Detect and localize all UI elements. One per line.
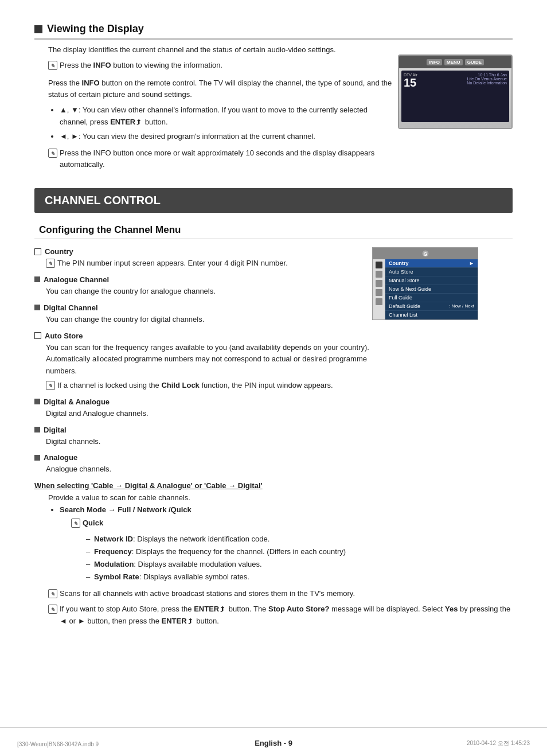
viewing-note2: ✎ Press the INFO button once more or wai… <box>48 147 392 172</box>
auto-store-item: Auto Store You can scan for the frequenc… <box>34 332 398 392</box>
digital-channel-title: Digital Channel <box>34 303 398 312</box>
search-mode-item: Search Mode → Full / Network /Quick ✎ Qu… <box>60 504 513 583</box>
country-item: Country ✎ The PIN number input screen ap… <box>34 247 398 270</box>
heading-text: Viewing the Display <box>47 23 144 35</box>
cmenu-defaultguide: Default Guide : Now / Next <box>385 302 478 311</box>
cmenu-icon: G <box>421 250 429 258</box>
bullet-item-2: ◄, ►: You can view the desired program's… <box>60 131 392 143</box>
note-icon-scan2: ✎ <box>48 605 57 614</box>
footer-page-label: English - 9 <box>255 739 292 747</box>
tv-screen: DTV Air 15 10:11 Thu 6 Jan Life On Venus… <box>401 71 509 122</box>
analogue-only-icon <box>34 455 40 461</box>
cmenu-channellist: Channel List <box>385 311 478 319</box>
auto-store-checkbox <box>34 332 41 339</box>
viewing-bullet-list: ▲, ▼: You can view other channel's infor… <box>48 104 392 142</box>
viewing-para2: Press the INFO button on the remote cont… <box>48 77 392 102</box>
digital-channel-item: Digital Channel You can change the count… <box>34 303 398 326</box>
analogue-channel-title: Analogue Channel <box>34 275 398 284</box>
digital-item: Digital Digital channels. <box>34 426 398 448</box>
symbol-rate-item: Symbol Rate: Displays available symbol r… <box>60 571 513 583</box>
digital-title: Digital <box>34 426 398 434</box>
note-icon-quick: ✎ <box>71 519 80 528</box>
viewing-para1: The display identifies the current chann… <box>48 44 392 56</box>
cmenu-left-icon-5 <box>376 298 382 305</box>
digital-analogue-icon <box>34 399 40 404</box>
cmenu-left-icon-2 <box>376 271 382 278</box>
heading-icon <box>34 25 42 33</box>
digital-icon <box>34 305 40 310</box>
channel-control-banner: CHANNEL CONTROL <box>34 188 513 213</box>
footer-file-info: [330-Weuro]BN68-3042A.indb 9 <box>17 741 99 747</box>
svg-text:G: G <box>423 251 427 257</box>
cmenu-top-bar: G <box>373 248 478 259</box>
tv-top-bar: INFO MENU GUIDE <box>399 56 511 68</box>
viewing-note1: ✎ Press the INFO button to viewing the i… <box>48 60 392 72</box>
digital-analogue-item: Digital & Analogue Digital and Analogue … <box>34 398 398 420</box>
cmenu-nowguide: Now & Next Guide <box>385 285 478 294</box>
tv-mockup: INFO MENU GUIDE DTV Air 15 10:11 Thu 6 J… <box>398 54 513 129</box>
digital-desc: Digital channels. <box>34 436 398 448</box>
cmenu-fullguide: Full Guide <box>385 294 478 302</box>
modulation-item: Modulation: Displays available modulatio… <box>60 558 513 571</box>
cmenu-autostore: Auto Store <box>385 268 478 276</box>
footer-date-info: 2010-04-12 오전 1:45:23 <box>467 739 530 747</box>
auto-store-title: Auto Store <box>34 332 398 340</box>
page: Viewing the Display The display identifi… <box>0 0 547 756</box>
cable-section: When selecting 'Cable → Digital & Analog… <box>34 481 513 627</box>
tv-image: INFO MENU GUIDE DTV Air 15 10:11 Thu 6 J… <box>398 54 513 129</box>
channel-menu-mockup: G Country ► <box>372 247 478 320</box>
viewing-display-section: Viewing the Display The display identifi… <box>34 23 513 171</box>
channel-menu-heading: Configuring the Channel Menu <box>34 224 513 239</box>
note-icon-country: ✎ <box>46 259 55 268</box>
cmenu-manualstore: Manual Store <box>385 276 478 285</box>
cmenu-left-icon-4 <box>376 289 382 296</box>
viewing-display-heading: Viewing the Display <box>34 23 513 40</box>
cmenu-country: Country ► <box>385 259 478 268</box>
analogue-item: Analogue Analogue channels. <box>34 453 398 476</box>
analogue-channel-desc: You can change the country for analogue … <box>34 286 398 298</box>
channel-menu-image: G Country ► <box>372 247 478 320</box>
note-icon-autostore: ✎ <box>46 381 55 390</box>
note-icon-scan1: ✎ <box>48 589 57 598</box>
analogue-title: Analogue <box>34 453 398 462</box>
cable-content: Provide a value to scan for cable channe… <box>34 493 513 627</box>
digital-channel-desc: You can change the country for digital c… <box>34 314 398 326</box>
analogue-icon <box>34 276 40 282</box>
tv-info-btn: INFO <box>427 59 442 65</box>
cmenu-sidebar: Country ► Auto Store Manual Store Now & … <box>373 259 478 319</box>
digital-analogue-title: Digital & Analogue <box>34 398 398 406</box>
channel-menu-section: Configuring the Channel Menu Country ✎ T… <box>34 224 513 627</box>
sub-heading-text: Configuring the Channel Menu <box>39 224 181 236</box>
country-checkbox <box>34 248 41 255</box>
network-id-item: Network ID: Displays the network identif… <box>60 533 513 545</box>
channel-menu-content: Country ✎ The PIN number input screen ap… <box>34 247 513 476</box>
bullet-item-1: ▲, ▼: You can view other channel's infor… <box>60 104 392 128</box>
cmenu-left-icons <box>373 259 385 319</box>
tv-program-info: 10:11 Thu 6 Jan Life On Venus Avenue No … <box>467 73 507 88</box>
cable-bullet-list: Search Mode → Full / Network /Quick ✎ Qu… <box>48 504 513 583</box>
scan-note1: ✎ Scans for all channels with active bro… <box>48 588 513 600</box>
page-footer: [330-Weuro]BN68-3042A.indb 9 English - 9… <box>0 727 547 756</box>
note-icon-2: ✎ <box>48 149 57 158</box>
tv-screen-row1: DTV Air 15 10:11 Thu 6 Jan Life On Venus… <box>404 73 507 88</box>
cable-heading: When selecting 'Cable → Digital & Analog… <box>34 481 513 490</box>
tv-guide-btn: GUIDE <box>465 59 484 65</box>
digital-only-icon <box>34 427 40 432</box>
tv-channel-info: DTV Air 15 <box>404 73 417 88</box>
tv-inner: INFO MENU GUIDE DTV Air 15 10:11 Thu 6 J… <box>399 56 511 128</box>
frequency-item: Frequency: Displays the frequency for th… <box>60 545 513 558</box>
auto-store-desc: You can scan for the frequency ranges av… <box>34 342 398 392</box>
digital-analogue-desc: Digital and Analogue channels. <box>34 408 398 420</box>
country-title: Country <box>34 247 398 256</box>
note-icon-1: ✎ <box>48 61 57 70</box>
cmenu-right-menu: Country ► Auto Store Manual Store Now & … <box>385 259 478 319</box>
analogue-channel-item: Analogue Channel You can change the coun… <box>34 275 398 298</box>
cmenu-left-icon-3 <box>376 280 382 287</box>
analogue-desc: Analogue channels. <box>34 463 398 476</box>
cmenu-left-icon-1 <box>376 262 382 268</box>
scan-note2: ✎ If you want to stop Auto Store, press … <box>48 603 513 628</box>
tv-menu-btn: MENU <box>444 59 463 65</box>
country-note: ✎ The PIN number input screen appears. E… <box>34 258 398 270</box>
